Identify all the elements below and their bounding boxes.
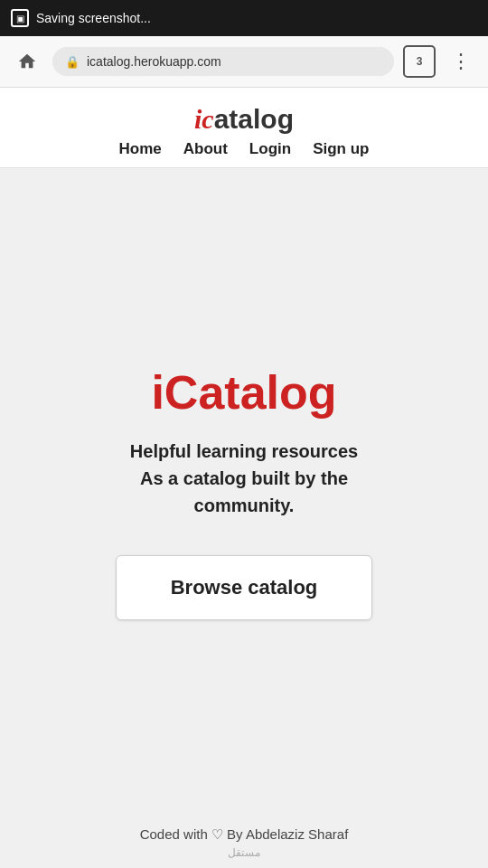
footer-text: Coded with ♡ By Abdelaziz Sharaf xyxy=(18,826,470,843)
browse-catalog-button[interactable]: Browse catalog xyxy=(116,555,373,620)
site-footer: Coded with ♡ By Abdelaziz Sharaf مستقل xyxy=(0,799,488,868)
lock-icon: 🔒 xyxy=(65,55,80,69)
hero-subtitle-line2: As a catalog built by the xyxy=(140,468,348,488)
nav-signup[interactable]: Sign up xyxy=(313,140,369,158)
url-text: icatalog.herokuapp.com xyxy=(87,54,221,69)
hero-section: iCatalog Helpful learning resources As a… xyxy=(80,168,409,799)
site-header: icatalog Home About Login Sign up xyxy=(0,88,488,168)
logo-catalog: atalog xyxy=(214,104,294,135)
hero-subtitle-line3: community. xyxy=(194,495,295,515)
hero-title: iCatalog xyxy=(151,365,336,420)
nav-about[interactable]: About xyxy=(183,140,228,158)
footer-credit: مستقل xyxy=(18,846,470,859)
tab-count-button[interactable]: 3 xyxy=(403,45,436,78)
home-button[interactable] xyxy=(11,45,43,78)
hero-subtitle: Helpful learning resources As a catalog … xyxy=(130,438,358,519)
site-nav: Home About Login Sign up xyxy=(119,140,370,158)
tab-count: 3 xyxy=(417,55,423,68)
status-bar: ▣ Saving screenshot... xyxy=(0,0,488,36)
nav-login[interactable]: Login xyxy=(249,140,291,158)
browser-chrome: 🔒 icatalog.herokuapp.com 3 ⋮ xyxy=(0,36,488,88)
nav-home[interactable]: Home xyxy=(119,140,162,158)
site-logo: icatalog xyxy=(194,104,294,135)
logo-ic: ic xyxy=(194,104,214,135)
browser-menu-button[interactable]: ⋮ xyxy=(445,45,477,78)
status-bar-text: Saving screenshot... xyxy=(36,11,151,25)
address-bar[interactable]: 🔒 icatalog.herokuapp.com xyxy=(52,47,394,76)
hero-subtitle-line1: Helpful learning resources xyxy=(130,441,358,461)
screenshot-icon: ▣ xyxy=(11,9,29,27)
website-content: icatalog Home About Login Sign up iCatal… xyxy=(0,88,488,868)
